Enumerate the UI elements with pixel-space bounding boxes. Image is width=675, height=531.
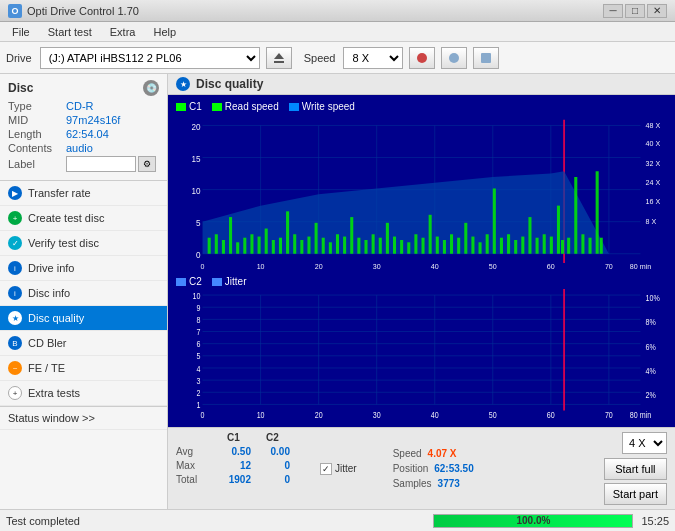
svg-rect-21: [222, 240, 225, 254]
menu-start-test[interactable]: Start test: [40, 24, 100, 40]
sidebar-item-disc-info[interactable]: i Disc info: [0, 281, 167, 306]
label-settings-button[interactable]: ⚙: [138, 156, 156, 172]
maximize-button[interactable]: □: [625, 4, 645, 18]
sidebar-item-transfer-rate[interactable]: ▶ Transfer rate: [0, 181, 167, 206]
sidebar-item-cd-bler-label: CD Bler: [28, 337, 67, 349]
svg-rect-68: [557, 206, 560, 254]
drive-info-icon: i: [8, 261, 22, 275]
start-full-button[interactable]: Start full: [604, 458, 667, 480]
svg-rect-37: [336, 234, 339, 253]
lower-legend: C2 Jitter: [172, 274, 671, 289]
disc-quality-header: ★ Disc quality: [168, 74, 675, 95]
sidebar-item-cd-bler[interactable]: B CD Bler: [0, 331, 167, 356]
position-value: 62:53.50: [434, 463, 473, 474]
c1-col-header: C1: [216, 432, 251, 443]
c2-legend-label: C2: [189, 276, 202, 287]
create-test-disc-icon: +: [8, 211, 22, 225]
svg-text:1: 1: [197, 401, 201, 411]
stats-area: C1 C2 Avg 0.50 0.00 Max 12 0: [168, 427, 675, 509]
toolbar-btn-2[interactable]: [441, 47, 467, 69]
toolbar: Drive (J:) ATAPI iHBS112 2 PL06 Speed 8 …: [0, 42, 675, 74]
svg-text:32 X: 32 X: [646, 158, 661, 168]
svg-text:5: 5: [196, 218, 201, 229]
svg-rect-74: [596, 171, 599, 253]
svg-rect-25: [250, 234, 253, 253]
svg-text:40 X: 40 X: [646, 139, 661, 149]
svg-text:8%: 8%: [646, 318, 656, 328]
sidebar-item-fe-te-label: FE / TE: [28, 362, 65, 374]
window: O Opti Drive Control 1.70 ─ □ ✕ File Sta…: [0, 0, 675, 531]
sidebar-item-disc-quality[interactable]: ★ Disc quality: [0, 306, 167, 331]
svg-rect-38: [343, 237, 346, 254]
minimize-button[interactable]: ─: [603, 4, 623, 18]
menu-extra[interactable]: Extra: [102, 24, 144, 40]
speed-select-right[interactable]: 4 X: [622, 432, 667, 454]
svg-text:80 min: 80 min: [630, 261, 651, 271]
drive-select[interactable]: (J:) ATAPI iHBS112 2 PL06: [40, 47, 260, 69]
svg-text:2%: 2%: [646, 391, 656, 401]
legend-read-speed: Read speed: [212, 101, 279, 112]
c1-legend-box: [176, 103, 186, 111]
right-panel: ★ Disc quality C1 Read speed: [168, 74, 675, 509]
toolbar-btn-1[interactable]: [409, 47, 435, 69]
svg-rect-73: [589, 238, 592, 254]
svg-text:0: 0: [201, 411, 206, 421]
svg-text:4%: 4%: [646, 367, 656, 377]
speed-label: Speed: [304, 52, 336, 64]
status-window-button[interactable]: Status window >>: [0, 406, 167, 430]
close-button[interactable]: ✕: [647, 4, 667, 18]
read-speed-legend-label: Read speed: [225, 101, 279, 112]
sidebar-item-drive-info[interactable]: i Drive info: [0, 256, 167, 281]
svg-rect-49: [422, 238, 425, 254]
upper-chart-svg: 20 15 10 5 0 48 X 40 X 32 X 24 X 16 X 8 …: [172, 114, 671, 274]
c1-legend-label: C1: [189, 101, 202, 112]
svg-text:60: 60: [547, 261, 555, 271]
length-value: 62:54.04: [66, 128, 109, 140]
svg-rect-26: [258, 237, 261, 254]
svg-text:70: 70: [605, 411, 613, 421]
menu-help[interactable]: Help: [145, 24, 184, 40]
legend-jitter: Jitter: [212, 276, 247, 287]
disc-quality-icon: ★: [8, 311, 22, 325]
label-input[interactable]: [66, 156, 136, 172]
start-part-button[interactable]: Start part: [604, 483, 667, 505]
label-label: Label: [8, 158, 66, 170]
svg-rect-41: [364, 240, 367, 254]
sidebar-item-verify-label: Verify test disc: [28, 237, 99, 249]
disc-quality-header-icon: ★: [176, 77, 190, 91]
sidebar-item-disc-info-label: Disc info: [28, 287, 70, 299]
svg-rect-62: [514, 240, 517, 254]
svg-point-2: [417, 53, 427, 63]
svg-text:2: 2: [197, 389, 201, 399]
svg-rect-35: [322, 238, 325, 254]
toolbar-btn-3[interactable]: [473, 47, 499, 69]
sidebar-item-create-test-disc[interactable]: + Create test disc: [0, 206, 167, 231]
sidebar-item-verify-test-disc[interactable]: ✓ Verify test disc: [0, 231, 167, 256]
svg-text:80 min: 80 min: [630, 411, 651, 421]
svg-text:6: 6: [197, 340, 202, 350]
svg-rect-31: [293, 234, 296, 253]
svg-text:60: 60: [547, 411, 555, 421]
mid-value: 97m24s16f: [66, 114, 120, 126]
jitter-checkbox[interactable]: ✓: [320, 463, 332, 475]
menu-file[interactable]: File: [4, 24, 38, 40]
sidebar-item-extra-tests[interactable]: + Extra tests: [0, 381, 167, 406]
sidebar-item-fe-te[interactable]: ~ FE / TE: [0, 356, 167, 381]
svg-rect-55: [464, 223, 467, 254]
sidebar-item-create-label: Create test disc: [28, 212, 104, 224]
svg-rect-48: [414, 234, 417, 253]
jitter-checkbox-row[interactable]: ✓ Jitter: [320, 463, 357, 475]
write-speed-legend-box: [289, 103, 299, 111]
speed-select[interactable]: 8 X: [343, 47, 403, 69]
svg-rect-45: [393, 237, 396, 254]
jitter-check-label: Jitter: [335, 463, 357, 474]
svg-rect-58: [486, 234, 489, 253]
cd-bler-icon: B: [8, 336, 22, 350]
eject-button[interactable]: [266, 47, 292, 69]
svg-rect-4: [481, 53, 491, 63]
sidebar-menu: ▶ Transfer rate + Create test disc ✓ Ver…: [0, 181, 167, 509]
status-window-label: Status window >>: [8, 412, 95, 424]
svg-text:15: 15: [191, 154, 200, 165]
svg-rect-39: [350, 217, 353, 254]
upper-chart-container: 20 15 10 5 0 48 X 40 X 32 X 24 X 16 X 8 …: [172, 114, 671, 274]
